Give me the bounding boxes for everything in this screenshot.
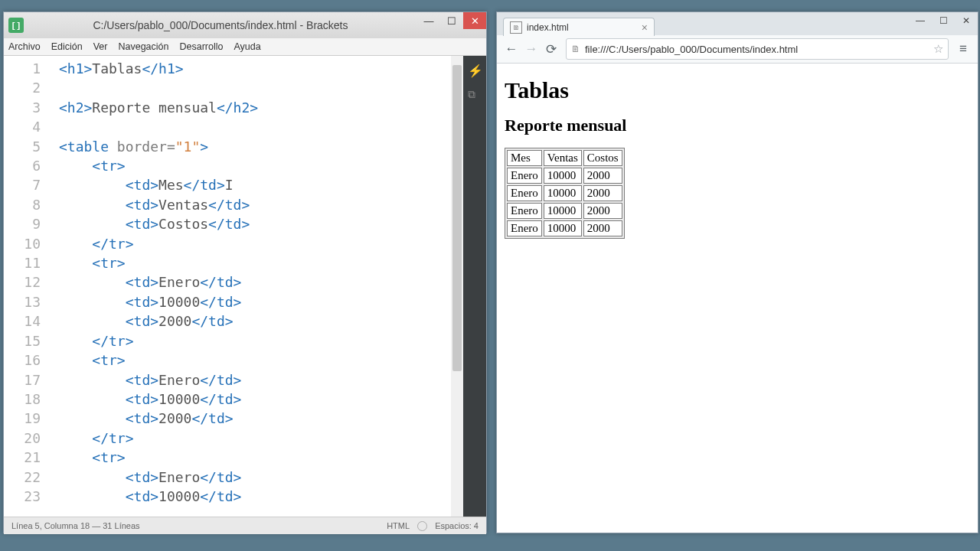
table-row: Enero 10000 2000: [507, 185, 622, 201]
menu-navegacion[interactable]: Navegación: [118, 41, 168, 52]
brackets-window: [ ] C:/Users/pablo_000/Documents/index.h…: [3, 11, 487, 533]
tab-title: index.html: [527, 22, 569, 33]
close-button[interactable]: ✕: [463, 12, 486, 29]
chrome-close-button[interactable]: ✕: [955, 12, 978, 29]
chrome-tabstrip[interactable]: 🗎 index.html × — ☐ ✕: [497, 12, 978, 35]
minimize-button[interactable]: —: [417, 12, 440, 29]
brackets-statusbar: Línea 5, Columna 18 — 31 Líneas HTML Esp…: [4, 517, 486, 534]
page-h2: Reporte mensual: [505, 116, 970, 135]
menu-ver[interactable]: Ver: [93, 41, 108, 52]
url-text: file:///C:/Users/pablo_000/Documents/ind…: [585, 44, 798, 55]
brackets-logo-icon: [ ]: [8, 18, 24, 33]
favicon-icon: 🗎: [510, 21, 522, 34]
menu-edicion[interactable]: Edición: [51, 41, 83, 52]
chrome-minimize-button[interactable]: —: [909, 12, 932, 29]
code-scrollbar[interactable]: [451, 56, 463, 517]
code-editor[interactable]: <h1>Tablas</h1> <h2>Reporte mensual</h2>…: [48, 56, 463, 517]
extensions-icon[interactable]: ⧉: [468, 88, 482, 102]
page-h1: Tablas: [505, 77, 970, 103]
line-gutter: 1234567891011121314151617181920212223: [4, 56, 48, 517]
page-icon: 🗎: [571, 44, 580, 54]
maximize-button[interactable]: ☐: [440, 12, 463, 29]
chrome-window: 🗎 index.html × — ☐ ✕ ← → ⟳ 🗎 file:///C:/…: [496, 11, 978, 533]
forward-button[interactable]: →: [521, 39, 541, 59]
table-row: Mes Ventas Costos: [507, 150, 622, 166]
text-cursor: I: [225, 177, 234, 193]
menu-desarrollo[interactable]: Desarrollo: [179, 41, 223, 52]
status-inspection-icon[interactable]: [417, 521, 427, 531]
chrome-menu-button[interactable]: ≡: [953, 39, 973, 59]
status-cursor-pos: Línea 5, Columna 18 — 31 Líneas: [11, 521, 140, 530]
chrome-toolbar: ← → ⟳ 🗎 file:///C:/Users/pablo_000/Docum…: [497, 35, 978, 64]
reload-button[interactable]: ⟳: [541, 39, 561, 59]
browser-tab[interactable]: 🗎 index.html ×: [503, 18, 655, 36]
table-row: Enero 10000 2000: [507, 220, 622, 236]
chrome-maximize-button[interactable]: ☐: [932, 12, 955, 29]
brackets-menubar: Archivo Edición Ver Navegación Desarroll…: [4, 38, 486, 56]
menu-ayuda[interactable]: Ayuda: [234, 41, 260, 52]
status-indentation[interactable]: Espacios: 4: [435, 521, 479, 530]
table-row: Enero 10000 2000: [507, 168, 622, 184]
menu-archivo[interactable]: Archivo: [8, 41, 41, 52]
data-table: Mes Ventas Costos Enero 10000 2000 Enero…: [505, 148, 625, 239]
back-button[interactable]: ←: [501, 39, 521, 59]
tab-close-icon[interactable]: ×: [642, 21, 648, 34]
address-bar[interactable]: 🗎 file:///C:/Users/pablo_000/Documents/i…: [566, 38, 949, 60]
status-language[interactable]: HTML: [387, 521, 410, 530]
brackets-titlebar[interactable]: [ ] C:/Users/pablo_000/Documents/index.h…: [4, 12, 486, 38]
bookmark-star-icon[interactable]: ☆: [933, 42, 943, 56]
brackets-title: C:/Users/pablo_000/Documents/index.html …: [24, 19, 417, 31]
table-row: Enero 10000 2000: [507, 203, 622, 219]
brackets-side-toolbar: ⚡ ⧉: [463, 56, 486, 517]
live-preview-icon[interactable]: ⚡: [468, 64, 482, 77]
page-content: Tablas Reporte mensual Mes Ventas Costos…: [497, 64, 978, 245]
